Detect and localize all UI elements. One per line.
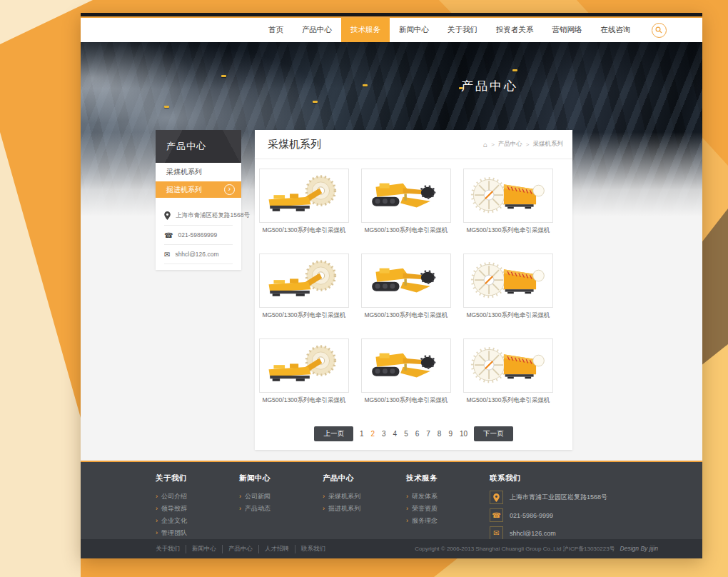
product-card[interactable]: MG500/1300系列电牵引采煤机 bbox=[463, 254, 553, 320]
sidebar-contact: 上海市青浦区崧复路1568号 021-59869999 shhcl@126.co… bbox=[164, 206, 233, 264]
product-card[interactable]: MG500/1300系列电牵引采煤机 bbox=[463, 338, 553, 405]
page-number-2-current[interactable]: 2 bbox=[370, 430, 375, 438]
footer-col-news: 新闻中心 公司新闻 产品动态 bbox=[239, 473, 323, 544]
nav-item-tech-service[interactable]: 技术服务 bbox=[341, 18, 390, 42]
bottom-link-about[interactable]: 关于我们 bbox=[156, 545, 186, 553]
home-icon[interactable] bbox=[483, 141, 487, 149]
search-button[interactable] bbox=[652, 18, 667, 42]
footer-col-title: 联系我们 bbox=[490, 473, 668, 483]
phone-icon bbox=[490, 508, 503, 522]
footer-address: 上海市青浦工业园区崧复路1568号 bbox=[510, 493, 607, 502]
product-card[interactable]: MG500/1300系列电牵引采煤机 bbox=[259, 338, 349, 405]
page-number-1[interactable]: 1 bbox=[359, 430, 365, 438]
footer-link[interactable]: 企业文化 bbox=[156, 515, 239, 527]
footer-bottom-bar: 关于我们 新闻中心 产品中心 人才招聘 联系我们 Copyright © 200… bbox=[81, 539, 702, 558]
page-number-8[interactable]: 8 bbox=[437, 430, 443, 438]
page-number-6[interactable]: 6 bbox=[415, 430, 420, 438]
page-number-5[interactable]: 5 bbox=[403, 430, 409, 438]
product-image-roadheader bbox=[361, 254, 451, 308]
product-label: MG500/1300系列电牵引采煤机 bbox=[463, 396, 553, 405]
search-icon bbox=[652, 23, 667, 38]
product-label: MG500/1300系列电牵引采煤机 bbox=[259, 396, 349, 405]
footer-link[interactable]: 产品动态 bbox=[239, 503, 323, 515]
page-number-7[interactable]: 7 bbox=[425, 430, 431, 438]
breadcrumb: 产品中心 采煤机系列 bbox=[483, 140, 563, 149]
product-card[interactable]: MG500/1300系列电牵引采煤机 bbox=[463, 169, 553, 235]
footer-col-products: 产品中心 采煤机系列 掘进机系列 bbox=[323, 473, 406, 544]
footer-link[interactable]: 公司新闻 bbox=[239, 491, 323, 503]
sidebar-phone: 021-59869999 bbox=[178, 231, 217, 239]
nav-item-home[interactable]: 首页 bbox=[259, 18, 293, 42]
banner-title: 产品中心 bbox=[461, 78, 518, 94]
footer-col-title: 关于我们 bbox=[156, 473, 239, 483]
footer-email-row: shhcl@126.com bbox=[490, 526, 668, 540]
nav-item-news[interactable]: 新闻中心 bbox=[390, 18, 438, 42]
product-image-disc-machine bbox=[463, 169, 553, 223]
site-page: 首页 产品中心 技术服务 新闻中心 关于我们 投资者关系 营销网络 在线咨询 产… bbox=[81, 13, 702, 558]
footer-address-row: 上海市青浦工业园区崧复路1568号 bbox=[490, 491, 668, 504]
sidebar-email-row: shhcl@126.com bbox=[164, 245, 233, 264]
sidebar-item-label: 掘进机系列 bbox=[166, 185, 202, 195]
chevron-right-circle-icon: › bbox=[224, 184, 235, 195]
bottom-link-contact[interactable]: 联系我们 bbox=[295, 545, 331, 553]
page-title: 采煤机系列 bbox=[268, 138, 321, 151]
bottom-link-news[interactable]: 新闻中心 bbox=[186, 545, 223, 553]
footer-link[interactable]: 领导致辞 bbox=[156, 503, 239, 515]
product-label: MG500/1300系列电牵引采煤机 bbox=[463, 226, 553, 235]
product-card[interactable]: MG500/1300系列电牵引采煤机 bbox=[259, 254, 349, 320]
footer-link[interactable]: 服务理念 bbox=[406, 515, 490, 527]
footer-email: shhcl@126.com bbox=[510, 530, 556, 537]
bottom-link-products[interactable]: 产品中心 bbox=[223, 545, 259, 553]
copyright-text: Copyright © 2006-2013 Shanghai Chuangli … bbox=[415, 545, 615, 553]
sidebar-item-shearer-series[interactable]: 采煤机系列 bbox=[156, 163, 241, 181]
footer-link[interactable]: 管理团队 bbox=[156, 527, 239, 539]
page-number-3[interactable]: 3 bbox=[381, 430, 387, 438]
main-nav: 首页 产品中心 技术服务 新闻中心 关于我们 投资者关系 营销网络 在线咨询 bbox=[81, 16, 702, 42]
product-card[interactable]: MG500/1300系列电牵引采煤机 bbox=[361, 338, 451, 405]
content-card: 采煤机系列 产品中心 采煤机系列 MG500/1300系列电牵引采煤机 MG50… bbox=[255, 130, 572, 450]
bottom-link-jobs[interactable]: 人才招聘 bbox=[259, 545, 295, 553]
next-page-button[interactable]: 下一页 bbox=[474, 426, 513, 441]
product-image-roadheader bbox=[361, 338, 451, 393]
nav-item-products[interactable]: 产品中心 bbox=[293, 18, 341, 42]
footer-col-about: 关于我们 公司介绍 领导致辞 企业文化 管理团队 bbox=[156, 473, 239, 544]
breadcrumb-products[interactable]: 产品中心 bbox=[498, 140, 522, 149]
footer-col-tech: 技术服务 研发体系 荣誉资质 服务理念 bbox=[406, 473, 490, 544]
nav-item-marketing[interactable]: 营销网络 bbox=[543, 18, 592, 42]
phone-icon bbox=[164, 231, 173, 239]
breadcrumb-separator bbox=[526, 141, 530, 148]
product-label: MG500/1300系列电牵引采煤机 bbox=[463, 311, 553, 320]
page-number-10[interactable]: 10 bbox=[459, 430, 468, 438]
sidebar-panel: 采煤机系列 掘进机系列 › 上海市青浦区崧复路1568号 021-5986999… bbox=[156, 163, 241, 270]
footer-link[interactable]: 掘进机系列 bbox=[323, 503, 406, 515]
product-image-roadheader bbox=[361, 169, 451, 223]
product-grid: MG500/1300系列电牵引采煤机 MG500/1300系列电牵引采煤机 MG… bbox=[255, 159, 572, 405]
mail-icon bbox=[164, 251, 170, 259]
product-label: MG500/1300系列电牵引采煤机 bbox=[361, 311, 451, 320]
product-card[interactable]: MG500/1300系列电牵引采煤机 bbox=[259, 169, 349, 235]
footer-link[interactable]: 公司介绍 bbox=[156, 491, 239, 503]
footer-col-title: 技术服务 bbox=[406, 473, 490, 483]
nav-item-about[interactable]: 关于我们 bbox=[438, 18, 487, 42]
product-label: MG500/1300系列电牵引采煤机 bbox=[259, 226, 349, 235]
footer-link[interactable]: 研发体系 bbox=[406, 491, 490, 503]
nav-item-investor[interactable]: 投资者关系 bbox=[487, 18, 543, 42]
sidebar-item-roadheader-series[interactable]: 掘进机系列 › bbox=[156, 181, 241, 198]
product-image-disc-machine bbox=[463, 338, 553, 393]
nav-item-online-consult[interactable]: 在线咨询 bbox=[592, 18, 640, 42]
prev-page-button[interactable]: 上一页 bbox=[314, 426, 353, 441]
footer-link[interactable]: 采煤机系列 bbox=[323, 491, 406, 503]
page-number-4[interactable]: 4 bbox=[393, 430, 398, 438]
product-card[interactable]: MG500/1300系列电牵引采煤机 bbox=[361, 254, 451, 320]
product-image-shearer bbox=[259, 169, 349, 223]
product-card[interactable]: MG500/1300系列电牵引采煤机 bbox=[361, 169, 451, 235]
sidebar-title: 产品中心 bbox=[156, 130, 241, 163]
page-number-9[interactable]: 9 bbox=[448, 430, 453, 438]
product-image-shearer bbox=[259, 338, 349, 393]
product-label: MG500/1300系列电牵引采煤机 bbox=[259, 311, 349, 320]
breadcrumb-current: 采煤机系列 bbox=[533, 140, 564, 149]
pagination: 上一页 1 2 3 4 5 6 7 8 9 10 下一页 bbox=[255, 426, 572, 441]
sidebar: 产品中心 采煤机系列 掘进机系列 › 上海市青浦区崧复路1568号 021-59… bbox=[156, 130, 241, 270]
product-image-shearer bbox=[259, 254, 349, 308]
footer-link[interactable]: 荣誉资质 bbox=[406, 503, 490, 515]
